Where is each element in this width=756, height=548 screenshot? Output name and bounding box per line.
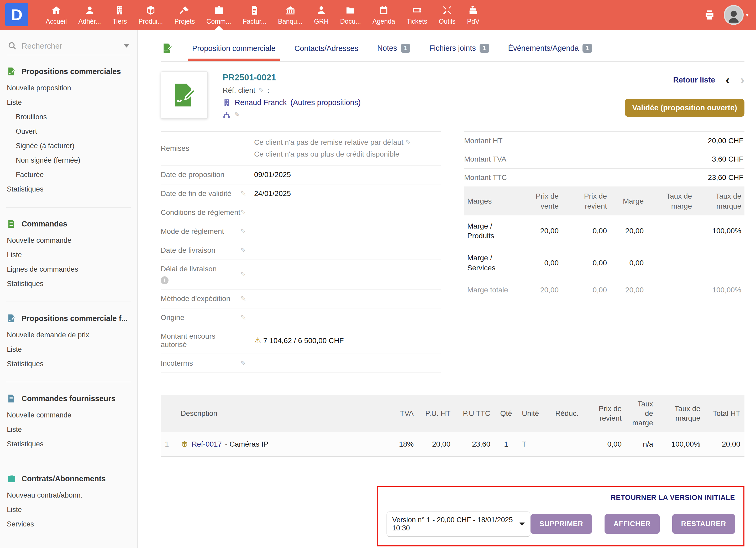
sidebar-section-header[interactable]: Contrats/Abonnements <box>0 474 137 483</box>
field-edit-cell: ✎ <box>240 295 254 303</box>
search-dropdown-caret-icon[interactable] <box>124 44 129 48</box>
sidebar-item-nouvelle-proposition[interactable]: Nouvelle proposition <box>0 81 137 95</box>
info-icon[interactable]: i <box>161 277 169 284</box>
user-silhouette-icon <box>726 8 742 24</box>
sidebar-item-services[interactable]: Services <box>0 517 137 531</box>
sidebar-item-brouillons[interactable]: Brouillons <box>0 110 137 124</box>
sidebar-item-liste[interactable]: Liste <box>0 423 137 437</box>
tab-evenements-agenda[interactable]: Événements/Agenda 1 <box>508 44 592 53</box>
user-menu[interactable]: ▾ <box>724 5 749 25</box>
nav-item-projets[interactable]: Projets <box>169 0 201 30</box>
edit-pencil-icon[interactable]: ✎ <box>240 314 246 322</box>
edit-pencil-icon[interactable]: ✎ <box>240 208 246 216</box>
column-header: Marge <box>610 187 647 215</box>
edit-pencil-icon[interactable]: ✎ <box>240 246 246 254</box>
column-header: Taux de marge <box>647 187 695 215</box>
nav-item-outils[interactable]: Outils <box>433 0 461 30</box>
record-navigation: Retour liste ‹ › <box>673 74 745 86</box>
afficher-button[interactable]: AFFICHER <box>605 514 659 534</box>
remise-line1: Ce client n'a pas de remise relative par… <box>254 138 403 146</box>
sidebar-item-signee[interactable]: Signée (à facturer) <box>0 139 137 153</box>
product-ref-link[interactable]: Ref-0017 <box>192 440 222 448</box>
restaurer-button[interactable]: RESTAURER <box>672 514 735 534</box>
nav-item-tickets[interactable]: Tickets <box>401 0 433 30</box>
sidebar-item-liste[interactable]: Liste <box>0 248 137 262</box>
sidebar-item-non-signee[interactable]: Non signée (fermée) <box>0 153 137 168</box>
sidebar-item-liste[interactable]: Liste <box>0 503 137 517</box>
edit-pencil-icon[interactable]: ✎ <box>240 295 246 303</box>
sidebar-item-nouvelle-commande[interactable]: Nouvelle commande <box>0 233 137 248</box>
sidebar-section-header[interactable]: Propositions commerciale f... <box>0 314 137 323</box>
sidebar-item-nouveau-contrat[interactable]: Nouveau contrat/abonn. <box>0 488 137 503</box>
version-controls: Version n° 1 - 20,00 CHF - 18/01/2025 10… <box>386 511 735 537</box>
sidebar-item-statistiques[interactable]: Statistiques <box>0 277 137 291</box>
line-taux-marge: n/a <box>626 432 657 457</box>
nav-item-agenda[interactable]: Agenda <box>367 0 401 30</box>
client-name-link[interactable]: Renaud Franck <box>235 98 287 107</box>
print-icon[interactable] <box>704 9 715 21</box>
margins-table: Marges Prix de vente Prix de revient Mar… <box>464 187 744 301</box>
supprimer-button[interactable]: SUPPRIMER <box>531 514 592 534</box>
proposal-fields-table: Remises Ce client n'a pas de remise rela… <box>161 131 441 373</box>
edit-pencil-icon[interactable]: ✎ <box>259 86 264 95</box>
column-header: P.U TTC <box>455 395 495 432</box>
edit-pencil-icon[interactable]: ✎ <box>406 138 411 146</box>
sidebar-item-nouvelle-commande[interactable]: Nouvelle commande <box>0 408 137 423</box>
back-to-list-link[interactable]: Retour liste <box>673 76 715 84</box>
ref-client-line: Réf. client ✎ : <box>223 86 361 95</box>
tab-notes[interactable]: Notes 1 <box>377 44 411 53</box>
object-info: PR2501-0021 Réf. client ✎ : Renaud Franc… <box>223 71 361 119</box>
dolibarr-logo[interactable]: D <box>5 3 28 26</box>
chevron-down-icon <box>519 523 525 526</box>
edit-pencil-icon[interactable]: ✎ <box>240 190 246 197</box>
margin-taux-marge <box>647 247 695 279</box>
divider <box>6 302 131 302</box>
sidebar-item-ouvert[interactable]: Ouvert <box>0 124 137 139</box>
other-propositions-link[interactable]: (Autres propositions) <box>290 98 361 107</box>
sidebar-item-liste[interactable]: Liste <box>0 342 137 357</box>
nav-item-accueil[interactable]: Accueil <box>40 0 73 30</box>
nav-item-produits[interactable]: Produi... <box>133 0 169 30</box>
margin-taux-marge <box>647 215 695 247</box>
sidebar-item-lignes-commandes[interactable]: Lignes de commandes <box>0 262 137 277</box>
field-value: 24/01/2025 <box>254 189 441 198</box>
field-row-conditions-reglement: Conditions de règlement ✎ <box>161 203 441 222</box>
sidebar-item-statistiques[interactable]: Statistiques <box>0 357 137 371</box>
nav-item-grh[interactable]: GRH <box>308 0 334 30</box>
nav-item-tiers[interactable]: Tiers <box>107 0 133 30</box>
tab-proposition-commerciale[interactable]: Proposition commerciale <box>192 44 276 53</box>
sidebar-section-header[interactable]: Propositions commerciales <box>0 67 137 76</box>
field-value: Ce client n'a pas de remise relative par… <box>254 137 441 160</box>
nav-item-documents[interactable]: Docu... <box>334 0 367 30</box>
edit-pencil-icon[interactable]: ✎ <box>240 227 246 235</box>
nav-label: Factur... <box>243 18 266 25</box>
amount-value: 20,00 CHF <box>708 137 743 145</box>
sidebar-section-header[interactable]: Commandes fournisseurs <box>0 394 137 403</box>
sidebar-item-statistiques[interactable]: Statistiques <box>0 437 137 451</box>
version-select[interactable]: Version n° 1 - 20,00 CHF - 18/01/2025 10… <box>386 511 531 537</box>
sidebar-item-facturee[interactable]: Facturée <box>0 168 137 182</box>
gavel-icon <box>179 5 190 15</box>
sidebar-item-liste[interactable]: Liste <box>0 95 137 110</box>
amount-label: Montant TTC <box>464 173 507 182</box>
sidebar-item-statistiques[interactable]: Statistiques <box>0 182 137 196</box>
line-taux-marque: 100,00% <box>657 432 705 457</box>
nav-item-banque[interactable]: Banqu... <box>272 0 308 30</box>
edit-pencil-icon[interactable]: ✎ <box>240 359 246 367</box>
nav-right-group: ▾ <box>704 0 756 30</box>
sidebar-section-header[interactable]: Commandes <box>0 219 137 228</box>
member-icon <box>85 5 95 15</box>
line-unit: T <box>518 432 548 457</box>
column-header: P.U. HT <box>418 395 455 432</box>
edit-pencil-icon[interactable]: ✎ <box>240 270 246 279</box>
edit-pencil-icon[interactable]: ✎ <box>234 111 240 119</box>
nav-item-facturation[interactable]: Factur... <box>237 0 272 30</box>
tab-contacts-adresses[interactable]: Contacts/Adresses <box>295 44 358 53</box>
search-input[interactable] <box>22 41 119 50</box>
sidebar-item-nouvelle-demande-prix[interactable]: Nouvelle demande de prix <box>0 328 137 342</box>
nav-item-pdv[interactable]: PdV <box>461 0 485 30</box>
tab-fichiers-joints[interactable]: Fichiers joints 1 <box>429 44 489 53</box>
previous-record-icon[interactable]: ‹ <box>726 74 730 86</box>
nav-item-commerce[interactable]: Comm... <box>201 0 237 30</box>
nav-item-adherents[interactable]: Adhér... <box>73 0 107 30</box>
